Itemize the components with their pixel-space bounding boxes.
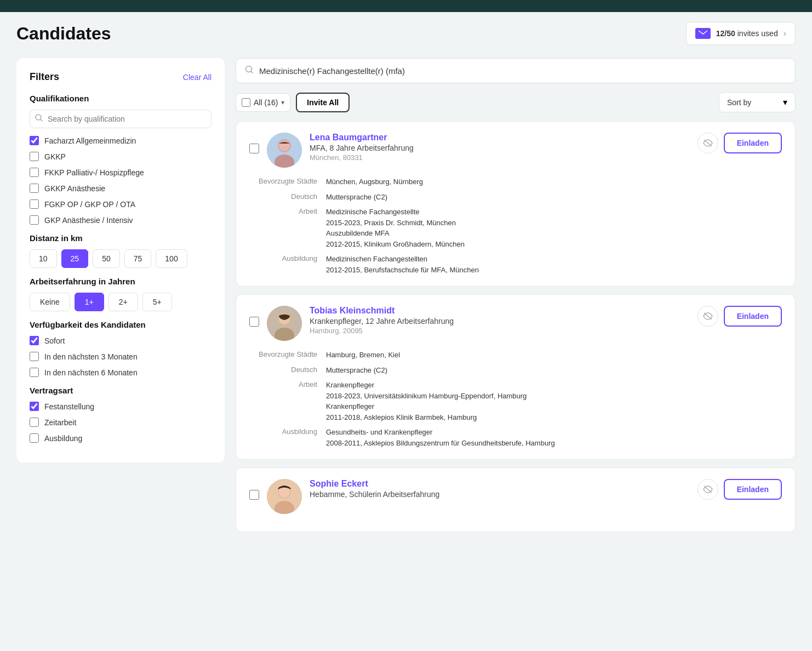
distance-75[interactable]: 75 bbox=[124, 249, 152, 268]
lena-arbeit-value: Medizinische Fachangestellte 2015-2023, … bbox=[326, 207, 782, 249]
tobias-hide-button[interactable] bbox=[697, 306, 718, 327]
invites-badge[interactable]: 12/50 invites used › bbox=[686, 22, 796, 45]
availability-label: Verfügbarkeit des Kandidaten bbox=[30, 320, 211, 329]
qualifications-section: Qualifikationen Facharzt Allgemeinmedizi… bbox=[30, 94, 211, 225]
contract-zeit-item[interactable]: Zeitarbeit bbox=[30, 418, 211, 427]
contract-zeit-checkbox[interactable] bbox=[30, 418, 39, 427]
page-title: Candidates bbox=[16, 24, 111, 44]
qual-fkkp-checkbox[interactable] bbox=[30, 168, 39, 177]
tobias-deutsch-value: Muttersprache (C2) bbox=[326, 365, 782, 376]
qual-gkkp-anaesthesie-checkbox[interactable] bbox=[30, 184, 39, 193]
tobias-ausbildung-label: Ausbildung bbox=[249, 427, 326, 448]
qual-gkp-intensiv-item[interactable]: GKP Anästhesie / Intensiv bbox=[30, 215, 211, 225]
contract-fest-item[interactable]: Festanstellung bbox=[30, 402, 211, 411]
tobias-avatar bbox=[267, 306, 302, 341]
candidate-card-sophie: Sophie Eckert Hebamme, Schülerin Arbeits… bbox=[236, 467, 796, 532]
distance-label: Distanz in km bbox=[30, 233, 211, 243]
sophie-actions: Einladen bbox=[697, 479, 782, 500]
candidate-card-lena: Lena Baumgartner MFA, 8 Jahre Arbeitserf… bbox=[236, 121, 796, 287]
lena-ausbildung-label: Ausbildung bbox=[249, 254, 326, 275]
exp-5plus[interactable]: 5+ bbox=[142, 293, 172, 311]
lena-avatar bbox=[267, 133, 302, 168]
filters-title: Filters bbox=[30, 71, 59, 83]
lena-role: MFA, 8 Jahre Arbeitserfahrung bbox=[310, 144, 690, 152]
distance-25[interactable]: 25 bbox=[61, 249, 89, 268]
lena-deutsch-label: Deutsch bbox=[249, 192, 326, 203]
exp-1plus[interactable]: 1+ bbox=[75, 293, 104, 311]
distance-50[interactable]: 50 bbox=[93, 249, 120, 268]
exp-keine[interactable]: Keine bbox=[30, 293, 70, 311]
tobias-info: Tobias Kleinschmidt Krankenpfleger, 12 J… bbox=[310, 306, 690, 335]
tobias-arbeit-label: Arbeit bbox=[249, 380, 326, 422]
avail-3months-checkbox[interactable] bbox=[30, 352, 39, 361]
lena-select-checkbox[interactable] bbox=[249, 144, 259, 153]
tobias-ausbildung-value: Gesundheits- und Krankenpfleger 2008-201… bbox=[326, 427, 782, 448]
qual-facharzt-item[interactable]: Facharzt Allgemeinmedizin bbox=[30, 136, 211, 145]
avail-6months-checkbox[interactable] bbox=[30, 368, 39, 377]
contract-label: Vertragsart bbox=[30, 386, 211, 395]
avail-3months-item[interactable]: In den nächsten 3 Monaten bbox=[30, 352, 211, 361]
sort-label: Sort by bbox=[727, 98, 751, 107]
svg-point-16 bbox=[279, 487, 290, 498]
distance-10[interactable]: 10 bbox=[30, 249, 57, 268]
sophie-checkbox-wrap[interactable] bbox=[249, 490, 259, 502]
contract-ausb-checkbox[interactable] bbox=[30, 433, 39, 443]
lena-cities-label: Bevorzugte Städte bbox=[249, 176, 326, 187]
lena-hide-button[interactable] bbox=[697, 133, 718, 153]
sophie-hide-button[interactable] bbox=[697, 479, 718, 500]
qual-fgkp-checkbox[interactable] bbox=[30, 199, 39, 209]
qual-gkkp-anaesthesie-item[interactable]: GKKP Anästhesie bbox=[30, 184, 211, 193]
qual-fkkp-item[interactable]: FKKP Palliativ-/ Hospizpflege bbox=[30, 168, 211, 177]
contract-fest-checkbox[interactable] bbox=[30, 402, 39, 411]
avail-sofort-checkbox[interactable] bbox=[30, 336, 39, 345]
lena-arbeit-label: Arbeit bbox=[249, 207, 326, 249]
tobias-cities-label: Bevorzugte Städte bbox=[249, 350, 326, 361]
tobias-checkbox-wrap[interactable] bbox=[249, 317, 259, 329]
main-search-icon bbox=[245, 65, 254, 76]
tobias-name: Tobias Kleinschmidt bbox=[310, 306, 690, 316]
lena-location: München, 80331 bbox=[310, 153, 690, 162]
lena-ausbildung-value: Medizinischen Fachangestellten 2012-2015… bbox=[326, 254, 782, 275]
qualification-search-input[interactable] bbox=[30, 110, 211, 128]
toolbar-left: All (16) ▾ Invite All bbox=[236, 93, 350, 112]
tobias-select-checkbox[interactable] bbox=[249, 317, 259, 327]
qual-facharzt-checkbox[interactable] bbox=[30, 136, 39, 145]
distance-options: 10 25 50 75 100 bbox=[30, 249, 211, 268]
lena-checkbox-wrap[interactable] bbox=[249, 144, 259, 156]
distance-section: Distanz in km 10 25 50 75 100 bbox=[30, 233, 211, 268]
contract-ausb-item[interactable]: Ausbildung bbox=[30, 433, 211, 443]
avail-sofort-item[interactable]: Sofort bbox=[30, 336, 211, 345]
tobias-actions: Einladen bbox=[697, 306, 782, 327]
contract-section: Vertragsart Festanstellung Zeitarbeit Au… bbox=[30, 386, 211, 443]
tobias-deutsch-label: Deutsch bbox=[249, 365, 326, 376]
qual-fgkp-item[interactable]: FGKP OP / GKP OP / OTA bbox=[30, 199, 211, 209]
distance-100[interactable]: 100 bbox=[156, 249, 187, 268]
avail-6months-item[interactable]: In den nächsten 6 Monaten bbox=[30, 368, 211, 377]
lena-name: Lena Baumgartner bbox=[310, 133, 690, 142]
sophie-info: Sophie Eckert Hebamme, Schülerin Arbeits… bbox=[310, 479, 690, 500]
qual-gkp-intensiv-checkbox[interactable] bbox=[30, 215, 39, 225]
main-search-input[interactable] bbox=[259, 66, 786, 76]
experience-label: Arbeitserfahrung in Jahren bbox=[30, 277, 211, 286]
qual-gkkp-checkbox[interactable] bbox=[30, 152, 39, 161]
invites-chevron-icon: › bbox=[784, 28, 786, 38]
invites-count: 12/50 invites used bbox=[716, 29, 778, 38]
tobias-location: Hamburg, 20095 bbox=[310, 327, 690, 335]
qual-gkkp-item[interactable]: GKKP bbox=[30, 152, 211, 161]
svg-point-2 bbox=[246, 66, 252, 72]
candidate-card-tobias: Tobias Kleinschmidt Krankenpfleger, 12 J… bbox=[236, 294, 796, 460]
invite-all-button[interactable]: Invite All bbox=[296, 93, 350, 112]
clear-all-button[interactable]: Clear All bbox=[183, 73, 211, 82]
tobias-einladen-button[interactable]: Einladen bbox=[724, 306, 782, 327]
exp-2plus[interactable]: 2+ bbox=[108, 293, 138, 311]
sophie-role: Hebamme, Schülerin Arbeitserfahrung bbox=[310, 490, 690, 499]
sophie-select-checkbox[interactable] bbox=[249, 490, 259, 500]
lena-details: Bevorzugte Städte München, Augsburg, Nür… bbox=[249, 176, 782, 275]
select-all-dropdown[interactable]: All (16) ▾ bbox=[236, 93, 290, 112]
availability-section: Verfügbarkeit des Kandidaten Sofort In d… bbox=[30, 320, 211, 377]
sort-dropdown[interactable]: Sort by ▾ bbox=[719, 92, 796, 112]
select-all-checkbox[interactable] bbox=[242, 98, 250, 107]
sophie-einladen-button[interactable]: Einladen bbox=[724, 479, 782, 500]
sort-chevron-icon: ▾ bbox=[783, 97, 787, 107]
lena-einladen-button[interactable]: Einladen bbox=[724, 133, 782, 153]
